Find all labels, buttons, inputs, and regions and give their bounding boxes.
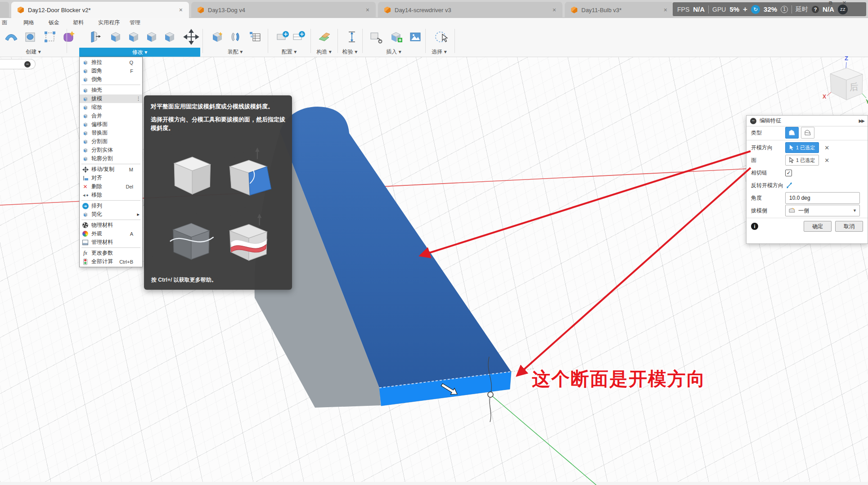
menu-item-appearance[interactable]: 外观A — [80, 229, 142, 238]
hole-icon[interactable] — [22, 28, 39, 46]
tab-close-icon[interactable]: × — [179, 6, 183, 13]
flip-direction-icon[interactable] — [785, 181, 793, 189]
view-cube[interactable]: Z 后 X Y — [821, 54, 868, 109]
menu-item-remove[interactable]: ◄●移除 — [80, 191, 142, 199]
fillet-icon — [82, 67, 89, 74]
menu-item-arrange[interactable]: ➜排列 — [80, 202, 142, 210]
menu-item-silhouette-split[interactable]: 轮廓分割 — [80, 154, 142, 163]
new-tab-button[interactable]: + — [743, 5, 747, 14]
tab-close-icon[interactable]: × — [366, 6, 369, 13]
toolbar-group-1: 创建 ▾ — [0, 26, 67, 57]
menu-item-split-body[interactable]: 分割实体 — [80, 146, 142, 154]
type-parting-line-draft-button[interactable] — [801, 127, 814, 139]
menu-item-align[interactable]: 对齐 — [80, 174, 142, 182]
document-cube-icon — [384, 7, 391, 13]
notification-badge[interactable]: 1 — [781, 6, 788, 13]
menu-item-label: 物理材料 — [91, 221, 130, 229]
ribbon-tab-4[interactable]: 塑料 — [73, 19, 84, 27]
fillet-icon[interactable] — [107, 28, 124, 46]
configuration-icon[interactable] — [274, 28, 291, 46]
measure-icon[interactable] — [343, 28, 360, 46]
menu-item-fillet[interactable]: 圆角F — [80, 67, 142, 75]
shell-icon[interactable] — [125, 28, 142, 46]
menu-item-press-pull[interactable]: 推拉Q — [80, 58, 142, 67]
config-table-icon[interactable] — [290, 28, 307, 46]
toolbar-group-label-6[interactable]: 检验 ▾ — [337, 48, 362, 56]
collapse-icon[interactable]: − — [24, 61, 31, 67]
angle-input[interactable]: 10.0 deg — [785, 192, 860, 204]
menu-item-label: 移动/复制 — [91, 166, 126, 173]
ribbon-tab-1[interactable]: 面 — [2, 19, 7, 27]
window-restore-icon[interactable]: ⧉ — [829, 0, 832, 6]
ribbon-tab-6[interactable]: 管理 — [130, 19, 140, 27]
toolbar-group-label-5[interactable]: 构造 ▾ — [310, 48, 337, 56]
menu-item-split-face[interactable]: 分割面 — [80, 137, 142, 146]
bom-table-icon[interactable] — [247, 28, 264, 46]
menu-item-replace-face[interactable]: 替换面 — [80, 129, 142, 137]
faces-select-button[interactable]: 1 已选定 — [785, 155, 819, 166]
ribbon-tab-2[interactable]: 网格 — [23, 19, 34, 27]
insert-mesh-icon[interactable]: 34"> — [387, 28, 405, 46]
new-component-icon[interactable] — [209, 28, 226, 46]
draft-tooltip: 对平整面应用固定拔模斜度或分模线拔模斜度。 选择开模方向、分模工具和要拔模的面，… — [144, 95, 292, 290]
menu-item-label: 外观 — [91, 230, 127, 238]
faces-clear-icon[interactable]: ✕ — [824, 157, 829, 164]
tangent-chain-checkbox[interactable]: ✓ — [785, 170, 792, 176]
document-tab-4[interactable]: Day11-Bulb v3*× — [565, 2, 674, 18]
ribbon-tab-5[interactable]: 实用程序 — [98, 19, 120, 27]
menu-item-manage-materials[interactable]: 管理材料 — [80, 238, 142, 247]
pull-direction-select-button[interactable]: 1 已选定 — [785, 142, 819, 153]
cancel-button[interactable]: 取消 — [835, 221, 863, 232]
menu-item-shell[interactable]: 抽壳 — [80, 86, 142, 94]
menu-item-label: 替换面 — [91, 129, 130, 137]
menu-item-combine[interactable]: 合并 — [80, 112, 142, 120]
type-fixed-draft-button[interactable] — [785, 127, 799, 139]
sync-icon[interactable]: ↻ — [751, 5, 760, 14]
document-tab-3[interactable]: Day14-screwdriver v3× — [378, 2, 562, 18]
toolbar-group-label-2[interactable]: 修改 ▾ — [79, 48, 200, 57]
select-cursor-icon[interactable] — [432, 28, 450, 46]
menu-item-label: 分割面 — [91, 138, 130, 145]
split-body-icon[interactable] — [161, 28, 178, 46]
sketch-rectangle-icon[interactable] — [41, 28, 58, 46]
decal-icon[interactable] — [367, 28, 384, 46]
menu-item-offset-face[interactable]: 偏移面 — [80, 120, 142, 129]
toolbar-group-label-7[interactable]: 插入 ▾ — [362, 48, 425, 56]
menu-item-simplify[interactable]: 简化▸ — [80, 210, 142, 219]
pull-direction-clear-icon[interactable]: ✕ — [824, 144, 829, 151]
menu-item-delete[interactable]: ✕删除Del — [80, 182, 142, 191]
toolbar-group-label-1[interactable]: 创建 ▾ — [0, 48, 67, 56]
menu-item-scale[interactable]: 缩放 — [80, 103, 142, 112]
toolbar-group-label-8[interactable]: 选择 ▾ — [425, 48, 453, 56]
tab-close-icon[interactable]: × — [664, 6, 667, 13]
press-pull-icon[interactable] — [86, 28, 103, 46]
browser-collapse-pill[interactable]: − — [0, 59, 36, 69]
ok-button[interactable]: 确定 — [804, 221, 832, 232]
toolbar-group-label-4[interactable]: 配置 ▾ — [268, 48, 310, 56]
tab-close-icon[interactable]: × — [553, 6, 556, 13]
canvas-icon[interactable] — [407, 28, 424, 46]
ribbon-tab-3[interactable]: 钣金 — [49, 19, 59, 27]
document-tab-1[interactable]: Day12-Door Blocker v2*× — [11, 2, 189, 18]
panel-expand-icon[interactable]: ▶▶ — [859, 118, 864, 123]
tooltip-line1: 对平整面应用固定拔模斜度或分模线拔模斜度。 — [151, 103, 285, 111]
menu-item-physical-material[interactable]: 物理材料 — [80, 221, 142, 229]
menu-item-draft[interactable]: 拔模⋮ — [80, 94, 142, 103]
menu-item-move-copy[interactable]: 移动/复制M — [80, 165, 142, 174]
help-icon[interactable]: ? — [812, 6, 819, 13]
ribbon-tab-row: 面网格钣金塑料实用程序管理 — [0, 18, 868, 26]
surface-patch-icon[interactable] — [3, 28, 20, 46]
menu-item-change-parameters[interactable]: fx更改参数 — [80, 249, 142, 257]
window-close-icon[interactable]: ✕ — [842, 0, 846, 6]
move-icon[interactable] — [183, 28, 200, 46]
info-icon[interactable]: i — [751, 223, 758, 230]
menu-item-compute-all[interactable]: 全部计算Ctrl+B — [80, 257, 142, 266]
panel-header[interactable]: − 编辑特征 ▶▶ — [747, 116, 868, 126]
toolbar-group-label-3[interactable]: 装配 ▾ — [202, 48, 268, 56]
document-tab-2[interactable]: Day13-Dog v4× — [191, 2, 376, 18]
joint-icon[interactable] — [227, 28, 244, 46]
combine-icon[interactable] — [143, 28, 160, 46]
menu-item-chamfer[interactable]: 倒角 — [80, 75, 142, 84]
construction-plane-icon[interactable] — [315, 28, 333, 46]
draft-side-dropdown[interactable]: 一侧 ▼ — [785, 205, 860, 216]
